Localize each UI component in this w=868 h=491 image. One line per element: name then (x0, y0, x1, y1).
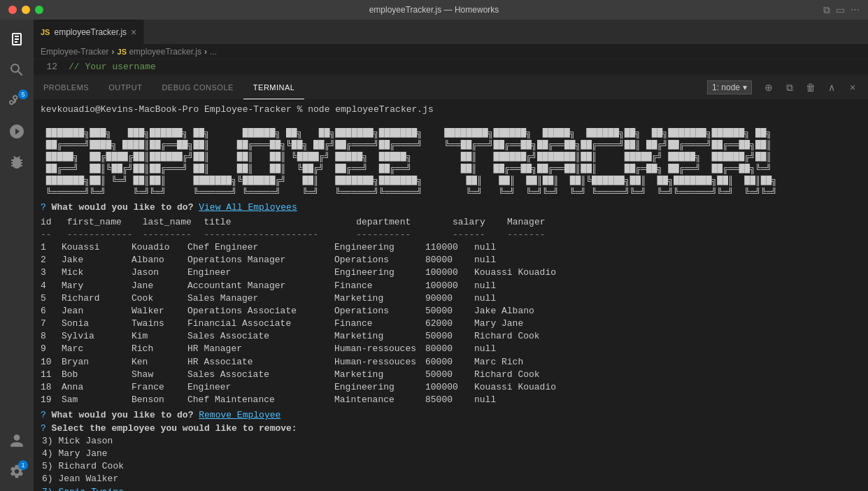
breadcrumb-part3[interactable]: ... (210, 47, 217, 57)
table-cell: 90000 (425, 292, 474, 305)
table-cell: 1 (41, 241, 62, 254)
table-cell: Kim (131, 330, 187, 343)
table-row: 9MarcRichHR ManagerHuman-ressouces80000n… (41, 343, 861, 355)
table-cell: Jason (131, 266, 187, 279)
table-rows: 1KouassiKouadioChef EngineerEngineering1… (41, 241, 861, 406)
sidebar-item-search[interactable] (3, 56, 31, 84)
list-item[interactable]: 3) Mick Jason (41, 435, 861, 448)
settings-icon[interactable]: 1 (3, 457, 31, 485)
breadcrumb-part2[interactable]: JS employeeTracker.js (118, 47, 201, 57)
table-cell: Jake Albano (474, 305, 534, 318)
more-actions-icon[interactable]: ··· (851, 3, 860, 16)
line-number: 12 (34, 62, 69, 72)
table-cell: Engineering (334, 266, 425, 279)
account-icon[interactable] (3, 427, 31, 455)
dropdown-arrow-icon: ▾ (743, 83, 747, 92)
table-row: 6JeanWalkerOperations AssociateOperation… (41, 305, 861, 318)
table-cell: HR Manager (187, 343, 334, 355)
th-firstname: first_name (67, 216, 137, 229)
table-cell: Kouadio (131, 241, 187, 254)
table-row: 8SylviaKimSales AssociateMarketing50000R… (41, 330, 861, 343)
tab-problems[interactable]: PROBLEMS (34, 76, 99, 99)
table-cell: 62000 (425, 318, 474, 330)
terminal[interactable]: kevkouadio@Kevins-MacBook-Pro Employee-T… (34, 99, 868, 491)
terminal-selector[interactable]: 1: node ▾ (707, 80, 752, 94)
close-button[interactable] (8, 6, 17, 14)
table-row: 7SoniaTwainsFinancial AssociateFinance62… (41, 318, 861, 330)
table-cell: 50000 (425, 305, 474, 318)
sidebar-item-source-control[interactable]: 5 (3, 87, 31, 115)
split-terminal-button[interactable]: ⧉ (780, 80, 799, 95)
sep-dept: ---------- (356, 229, 447, 241)
list-item[interactable]: 5) Richard Cook (41, 460, 861, 473)
table-cell: 4 (41, 280, 62, 292)
th-salary: salary (453, 216, 501, 229)
tab-output[interactable]: OUTPUT (99, 76, 152, 99)
table-cell: Maintenance (334, 394, 425, 406)
tab-employeeTracker[interactable]: JS employeeTracker.js × (34, 20, 144, 44)
table-cell: null (474, 394, 496, 406)
toggle-panel-icon[interactable]: ▭ (836, 4, 845, 15)
table-cell: Marc (62, 343, 131, 355)
table-cell: 5 (41, 292, 62, 305)
ascii-art-banner: ███████╗███╗ ███╗██████╗ ██╗ ██████╗ ██╗… (41, 116, 861, 199)
sidebar-item-files[interactable] (3, 25, 31, 53)
tab-close-button[interactable]: × (131, 27, 136, 37)
table-cell: 110000 (425, 241, 474, 254)
table-cell: 50000 (425, 330, 474, 343)
table-cell: 60000 (425, 356, 474, 369)
table-cell: 18 (41, 381, 62, 394)
table-cell: Benson (131, 394, 187, 406)
table-cell: Jake (62, 254, 131, 266)
table-cell: Operations Associate (187, 305, 334, 318)
question1-text: What would you like to do? (52, 202, 194, 213)
table-cell: Marketing (334, 292, 425, 305)
table-cell: Twains (131, 318, 187, 330)
titlebar: employeeTracker.js — Homeworks ⧉ ▭ ··· (0, 0, 868, 20)
table-row: 19SamBensonChef MaintenanceMaintenance85… (41, 394, 861, 406)
table-cell: Sales Associate (187, 330, 334, 343)
table-cell: null (474, 280, 496, 292)
sidebar-item-extensions[interactable] (3, 148, 31, 176)
table-cell: Engineer (187, 266, 334, 279)
list-item[interactable]: 4) Mary Jane (41, 448, 861, 460)
question3-text: Select the employee you would like to re… (52, 423, 297, 434)
action2-link: Remove Employee (199, 410, 280, 420)
th-id: id (41, 216, 62, 229)
close-panel-button[interactable]: × (843, 80, 862, 95)
terminal-selector-label: 1: node (712, 83, 740, 92)
tab-debug-console[interactable]: DEBUG CONSOLE (152, 76, 243, 99)
add-terminal-button[interactable]: ⊕ (759, 80, 778, 95)
table-cell: 100000 (425, 280, 474, 292)
sidebar-item-debug[interactable] (3, 118, 31, 145)
list-item[interactable]: 6) Jean Walker (41, 473, 861, 485)
question3-line: ? Select the employee you would like to … (41, 422, 861, 435)
sep-sal: ------ (453, 229, 501, 241)
list-item[interactable]: 7) Sonia Twains (41, 486, 861, 491)
table-cell: Mary (62, 280, 131, 292)
maximize-button[interactable] (35, 6, 43, 14)
table-cell: 3 (41, 266, 62, 279)
table-cell: null (474, 343, 496, 355)
question2-line: ? What would you like to do? Remove Empl… (41, 409, 861, 422)
table-cell: Albano (131, 254, 187, 266)
maximize-panel-button[interactable]: ∧ (822, 80, 841, 95)
minimize-button[interactable] (22, 6, 30, 14)
table-cell: Kouassi (62, 241, 131, 254)
tab-terminal[interactable]: TERMINAL (243, 76, 305, 99)
table-cell: Accountant Manager (187, 280, 334, 292)
window-controls (8, 6, 43, 14)
table-row: 4MaryJaneAccountant ManagerFinance100000… (41, 280, 861, 292)
table-cell: Marketing (334, 369, 425, 381)
split-editor-icon[interactable]: ⧉ (823, 4, 830, 16)
breadcrumb-part1[interactable]: Employee-Tracker (41, 47, 109, 57)
table-cell: Finance (334, 280, 425, 292)
table-cell: Sam (62, 394, 131, 406)
table-row: 3MickJasonEngineerEngineering100000Kouas… (41, 266, 861, 279)
activity-bar: 5 1 (0, 20, 34, 491)
panel-tab-actions: 1: node ▾ ⊕ ⧉ 🗑 ∧ × (702, 76, 868, 99)
table-cell: Sales Associate (187, 369, 334, 381)
table-cell: Cook (131, 292, 187, 305)
table-cell: null (474, 241, 496, 254)
kill-terminal-button[interactable]: 🗑 (801, 80, 820, 95)
